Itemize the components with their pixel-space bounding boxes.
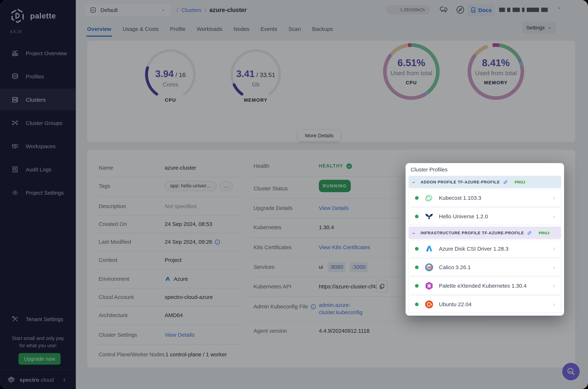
proj-badge: PROJ bbox=[512, 179, 528, 185]
status-dot bbox=[415, 284, 419, 288]
status-dot bbox=[415, 196, 419, 199]
profile-pack-row-calico[interactable]: Calico 3.26.1› bbox=[408, 258, 561, 276]
profile-pack-row-azure[interactable]: Azure Disk CSI Driver 1.28.3› bbox=[408, 240, 561, 258]
chevron-right-icon: › bbox=[553, 263, 555, 271]
chevron-right-icon: › bbox=[553, 194, 555, 201]
status-dot bbox=[415, 215, 419, 218]
kubecost-icon bbox=[424, 193, 434, 202]
profile-pack-row-ubuntu[interactable]: Ubuntu 22.04› bbox=[408, 295, 561, 313]
status-dot bbox=[415, 265, 419, 269]
profile-pack-row-hello-universe[interactable]: Hello Universe 1.2.0› bbox=[408, 207, 561, 225]
addon-profile-header[interactable]: ⌄ ADDON PROFILE TF-AZURE-PROFILE PROJ bbox=[408, 176, 561, 188]
pxk-icon bbox=[424, 281, 434, 291]
azure-icon bbox=[424, 244, 434, 253]
chevron-down-icon: ⌄ bbox=[411, 179, 417, 184]
infrastructure-profile-header[interactable]: ⌄ INFRASTRUCTURE PROFILE TF-AZURE-PROFIL… bbox=[408, 227, 561, 239]
link-icon bbox=[503, 179, 508, 185]
app-window: palette 4.4.19 Project OverviewProfilesC… bbox=[0, 0, 588, 389]
hello-universe-icon bbox=[424, 212, 434, 221]
chevron-right-icon: › bbox=[553, 301, 555, 308]
link-icon bbox=[527, 230, 532, 235]
ubuntu-icon bbox=[424, 299, 434, 309]
chevron-right-icon: › bbox=[553, 245, 555, 252]
chevron-right-icon: › bbox=[553, 282, 555, 289]
chevron-down-icon: ⌄ bbox=[411, 229, 417, 235]
profile-pack-row-pxk[interactable]: Palette eXtended Kubernetes 1.30.4› bbox=[408, 277, 561, 294]
cluster-profiles-panel: Cluster Profiles ⌄ ADDON PROFILE TF-AZUR… bbox=[406, 163, 564, 316]
chevron-right-icon: › bbox=[553, 213, 555, 220]
profile-pack-row-kubecost[interactable]: Kubecost 1.103.3› bbox=[408, 189, 561, 207]
status-dot bbox=[415, 247, 419, 250]
panel-title: Cluster Profiles bbox=[411, 166, 561, 173]
calico-icon bbox=[424, 262, 434, 272]
proj-badge: PROJ bbox=[536, 230, 552, 236]
status-dot bbox=[415, 302, 419, 306]
